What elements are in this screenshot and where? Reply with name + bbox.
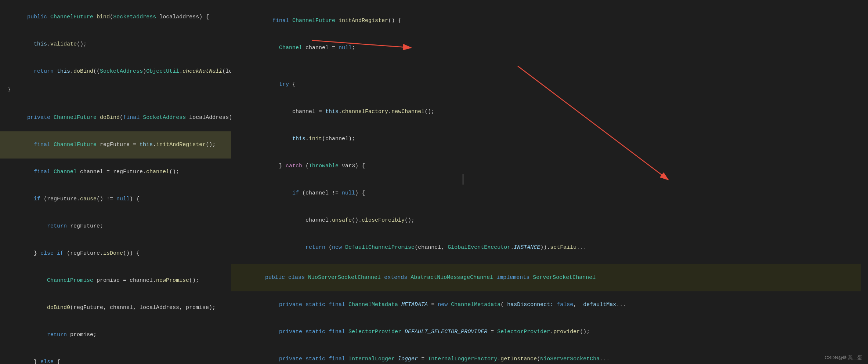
code-line: doBind0(regFuture, channel, localAddress… (0, 294, 231, 321)
code-line: } catch (Throwable var3) { (239, 153, 861, 180)
code-line: return regFuture; (0, 213, 231, 240)
code-line: this.validate(); (0, 31, 231, 58)
code-line (0, 95, 231, 104)
code-line: } (0, 85, 231, 95)
left-code-panel: public ChannelFuture bind(SocketAddress … (0, 0, 231, 364)
code-line: } else { (0, 349, 231, 364)
code-line: return (new DefaultChannelPromise(channe… (239, 234, 861, 261)
code-line-class: public class NioServerSocketChannel exte… (231, 264, 861, 291)
code-line: private ChannelFuture doBind(final Socke… (0, 104, 231, 131)
code-line: return promise; (0, 321, 231, 349)
code-line: channel.unsafe().closeForcibly(); (239, 207, 861, 234)
code-line: public ChannelFuture bind(SocketAddress … (0, 4, 231, 31)
main-container: public ChannelFuture bind(SocketAddress … (0, 0, 868, 364)
code-line (239, 62, 861, 71)
code-line: channel = this.channelFactory.newChannel… (239, 98, 861, 125)
code-line: ChannelPromise promise = channel.newProm… (0, 267, 231, 294)
code-line: if (channel != null) { (239, 180, 861, 207)
code-line: return this.doBind((SocketAddress)Object… (0, 58, 231, 85)
code-line: private static final SelectorProvider DE… (239, 318, 861, 346)
code-line-try: try { (239, 71, 861, 98)
code-line-highlighted: final ChannelFuture regFuture = this.ini… (0, 131, 231, 159)
code-line: } else if (regFuture.isDone()) { (0, 240, 231, 267)
code-line: this.init(channel); (239, 125, 861, 153)
code-line: private static final InternalLogger logg… (239, 346, 861, 364)
code-line: final ChannelFuture initAndRegister() { (239, 7, 861, 34)
code-line: Channel channel = null; (239, 34, 861, 62)
watermark: CSDN@叫我二蛋 (825, 354, 862, 361)
code-line: if (regFuture.cause() != null) { (0, 186, 231, 213)
right-code-panel: final ChannelFuture initAndRegister() { … (231, 0, 868, 364)
code-line: final Channel channel = regFuture.channe… (0, 159, 231, 186)
code-line: private static final ChannelMetadata MET… (239, 291, 861, 318)
